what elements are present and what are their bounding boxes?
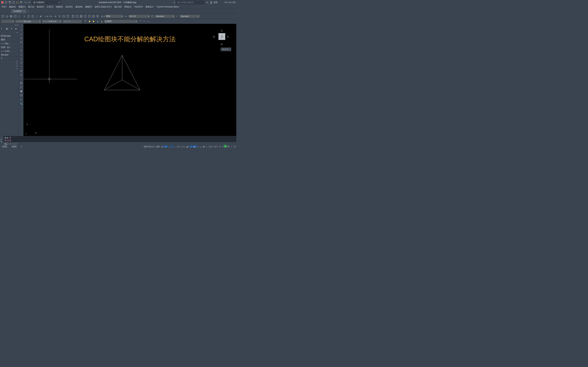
calc-icon[interactable] bbox=[83, 14, 87, 18]
help-icon[interactable]: ?▾ bbox=[232, 1, 236, 4]
ime-lang[interactable]: 英 bbox=[227, 145, 230, 148]
menu-view[interactable]: 视图(V) bbox=[17, 5, 26, 9]
workspace-dropdown[interactable]: 经典模式 ▾ bbox=[32, 0, 61, 4]
layer-prev-icon[interactable] bbox=[142, 19, 146, 23]
pan-icon[interactable] bbox=[54, 14, 57, 18]
linetype-combo[interactable]: ByLayer▾ bbox=[15, 19, 41, 23]
revcloud-icon[interactable] bbox=[19, 53, 23, 56]
props-icon[interactable]: ◈ bbox=[14, 27, 18, 31]
menu-edit[interactable]: 编辑(E) bbox=[8, 5, 17, 9]
cmd-close-icon[interactable]: ✕ bbox=[0, 139, 3, 141]
style1-combo[interactable]: Standard▾ bbox=[155, 14, 175, 18]
viewcube[interactable]: 上 北 南 东 西 bbox=[213, 27, 231, 46]
viewcube-s[interactable]: 南 bbox=[221, 43, 223, 46]
add-layout-icon[interactable]: + bbox=[19, 145, 24, 148]
clipboard-icon[interactable] bbox=[27, 14, 30, 18]
menu-window[interactable]: 窗口(W) bbox=[113, 5, 123, 9]
ann-icon[interactable]: ⟁ bbox=[199, 145, 202, 148]
scale-btn[interactable]: 1:1 ▾ bbox=[208, 145, 214, 148]
lineweight-combo[interactable]: 0.00 mm▾ bbox=[42, 19, 62, 23]
collapse-icon[interactable]: ◂ bbox=[0, 67, 19, 70]
snap-icon[interactable]: ⊡ ▾ bbox=[164, 145, 168, 148]
print-icon[interactable] bbox=[5, 14, 9, 18]
block-icon[interactable] bbox=[87, 14, 91, 18]
tool-palette-icon[interactable] bbox=[79, 14, 83, 18]
dyn-icon[interactable]: ∠ ▾ bbox=[181, 145, 185, 148]
close-icon[interactable]: × bbox=[24, 10, 25, 13]
gear-icon[interactable]: ⚙ ▾ bbox=[214, 145, 218, 148]
pin-icon[interactable]: ⊷ bbox=[15, 24, 17, 26]
iso-icon[interactable]: ✦ bbox=[218, 145, 221, 148]
layout-tab-2[interactable]: 布局2 bbox=[9, 145, 19, 148]
app-store-icon[interactable]: ▾ bbox=[228, 1, 232, 4]
plot-icon[interactable] bbox=[19, 1, 23, 4]
ann3-icon[interactable]: ⟁ bbox=[205, 145, 208, 148]
collapse-icon[interactable]: ◂ bbox=[0, 60, 19, 63]
cart-icon[interactable]: ▾ bbox=[224, 1, 227, 4]
text-style-icon[interactable]: A▾ bbox=[101, 14, 105, 18]
drawing-canvas[interactable]: CAD绘图块不能分解的解决方法 Y X 上 北 南 东 西 未命名 ▾ bbox=[24, 24, 236, 136]
ortho-icon[interactable]: ⊥ bbox=[168, 145, 171, 148]
viewcube-e[interactable]: 东 bbox=[227, 35, 229, 38]
zoom-icon[interactable] bbox=[58, 14, 61, 18]
layer-mgr-icon[interactable] bbox=[84, 19, 87, 23]
table-draw-icon[interactable] bbox=[19, 93, 23, 97]
paste-icon[interactable] bbox=[31, 14, 35, 18]
add-tab-icon[interactable]: + bbox=[27, 9, 31, 13]
menu-param[interactable]: 参数(P) bbox=[84, 5, 93, 9]
new-icon[interactable] bbox=[1, 14, 5, 18]
layout-tab-1[interactable]: 布局1 bbox=[0, 145, 9, 148]
lwt-icon[interactable]: ◢ ▾ bbox=[185, 145, 190, 148]
layer-iso-icon[interactable] bbox=[138, 19, 142, 23]
style2-combo[interactable]: Standard▾ bbox=[180, 14, 200, 18]
menu-format[interactable]: 格式(O) bbox=[36, 5, 45, 9]
line-icon[interactable] bbox=[19, 24, 23, 28]
ime-gear-icon[interactable]: ⚙ bbox=[233, 145, 236, 148]
props-icon[interactable]: ◧ bbox=[5, 27, 9, 31]
viewcube-badge[interactable]: 未命名 ▾ bbox=[221, 48, 231, 51]
close-panel-icon[interactable]: ✕ bbox=[17, 24, 18, 26]
ellipse-icon[interactable] bbox=[19, 61, 23, 65]
props-selector[interactable]: ▾ ◧ ✦ ◈ bbox=[0, 26, 19, 31]
saveas-icon[interactable] bbox=[12, 1, 15, 4]
props-lw[interactable]: 0.00... bbox=[0, 50, 19, 53]
ime-moon-icon[interactable]: ☾ bbox=[230, 145, 233, 148]
table-style-icon[interactable] bbox=[151, 14, 154, 18]
props-scale[interactable]: 比例 0.5 bbox=[0, 45, 19, 50]
dim-icon[interactable] bbox=[124, 14, 128, 18]
arc-icon[interactable] bbox=[19, 44, 23, 48]
menu-dim[interactable]: 标注(N) bbox=[65, 5, 74, 9]
rect-icon[interactable] bbox=[19, 41, 23, 44]
user-icon[interactable] bbox=[209, 1, 213, 4]
ann2-icon[interactable]: ⧓ bbox=[202, 145, 205, 148]
command-input[interactable] bbox=[9, 142, 236, 145]
login-label[interactable]: 登录 bbox=[214, 1, 218, 4]
cut-icon[interactable] bbox=[23, 14, 26, 18]
layer-on-icon[interactable] bbox=[88, 19, 91, 23]
font-combo[interactable]: 黑体▾ bbox=[105, 14, 124, 18]
bycolor-combo[interactable]: ByColor▾ bbox=[62, 19, 82, 23]
menu-yqarch[interactable]: YQARCH bbox=[133, 5, 144, 8]
grid-icon[interactable]: ⊞ bbox=[161, 145, 164, 148]
props-linetype[interactable]: ByL... bbox=[0, 42, 19, 45]
point-icon[interactable] bbox=[19, 77, 23, 81]
save-icon[interactable] bbox=[8, 1, 12, 4]
menu-insert[interactable]: 插入(I) bbox=[27, 5, 35, 9]
ime-badge[interactable]: S bbox=[224, 145, 227, 148]
layer-unlock-icon[interactable] bbox=[100, 19, 104, 23]
open-icon[interactable] bbox=[16, 1, 19, 4]
copy-icon[interactable] bbox=[9, 14, 13, 18]
props-color[interactable]: ByLayer bbox=[0, 34, 19, 38]
polygon-icon[interactable] bbox=[19, 36, 23, 40]
model-btn[interactable]: 模型 bbox=[156, 145, 161, 148]
menu-yqarch2[interactable]: YQArch Pull-down Menu bbox=[155, 5, 180, 8]
match-icon[interactable] bbox=[35, 14, 39, 18]
color-combo[interactable]: ▾ bbox=[1, 19, 15, 23]
zoom-ext-icon[interactable] bbox=[66, 14, 69, 18]
search-box[interactable]: 键入关键字或短语 bbox=[176, 0, 205, 4]
cmd-handle-icon[interactable]: ⋮⋮ bbox=[0, 136, 3, 138]
insert-icon[interactable] bbox=[19, 69, 23, 73]
menu-yanxiu[interactable]: 燕秀工具箱2.87(Y) bbox=[94, 5, 113, 9]
undo-icon[interactable]: ▾ bbox=[23, 1, 26, 4]
menu-modify[interactable]: 修改(M) bbox=[74, 5, 84, 9]
